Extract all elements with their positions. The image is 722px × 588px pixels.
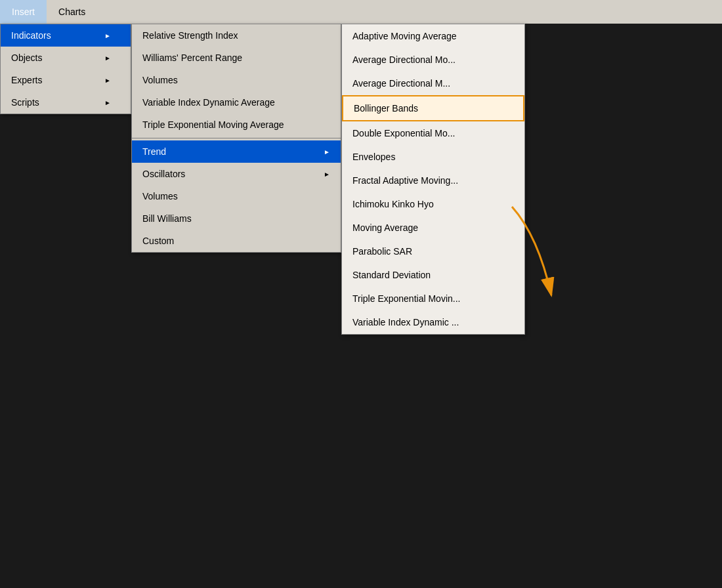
trend-item-adm2[interactable]: Average Directional M...: [342, 72, 524, 95]
arrow-icon-experts: ►: [104, 77, 111, 84]
indicators-category-bill-williams[interactable]: Bill Williams: [132, 207, 341, 230]
menu-item-scripts[interactable]: Scripts ►: [1, 91, 131, 114]
trend-menu: Adaptive Moving Average Average Directio…: [341, 24, 525, 335]
indicators-category-custom[interactable]: Custom: [132, 230, 341, 252]
arrow-icon-oscillators: ►: [324, 171, 330, 178]
indicators-item-vida[interactable]: Variable Index Dynamic Average: [132, 91, 341, 114]
indicators-item-rsi[interactable]: Relative Strength Index: [132, 24, 341, 47]
trend-item-tema[interactable]: Triple Exponential Movin...: [342, 287, 524, 310]
menu-item-objects[interactable]: Objects ►: [1, 47, 131, 69]
insert-menu: Indicators ► Objects ► Experts ► Scripts…: [0, 24, 131, 114]
menu-bar: Insert Charts: [0, 0, 722, 24]
trend-item-bollinger[interactable]: Bollinger Bands: [342, 95, 524, 121]
dropdown-container: Indicators ► Objects ► Experts ► Scripts…: [0, 24, 525, 335]
indicators-item-volumes[interactable]: Volumes: [132, 69, 341, 91]
trend-item-psar[interactable]: Parabolic SAR: [342, 240, 524, 263]
arrow-icon-trend: ►: [324, 148, 330, 156]
trend-item-envelopes[interactable]: Envelopes: [342, 145, 524, 169]
separator: [132, 138, 341, 138]
trend-item-ma[interactable]: Moving Average: [342, 216, 524, 240]
indicators-category-trend[interactable]: Trend ►: [132, 140, 341, 163]
indicators-item-williams[interactable]: Williams' Percent Range: [132, 47, 341, 69]
menu-bar-insert[interactable]: Insert: [0, 0, 47, 24]
trend-item-frama[interactable]: Fractal Adaptive Moving...: [342, 169, 524, 192]
indicators-category-oscillators[interactable]: Oscillators ►: [132, 163, 341, 185]
arrow-icon-objects: ►: [104, 54, 111, 62]
indicators-category-volumes[interactable]: Volumes: [132, 185, 341, 207]
trend-item-adm1[interactable]: Average Directional Mo...: [342, 48, 524, 72]
trend-item-ama[interactable]: Adaptive Moving Average: [342, 24, 524, 48]
indicators-item-tema[interactable]: Triple Exponential Moving Average: [132, 114, 341, 136]
trend-item-ichimoku[interactable]: Ichimoku Kinko Hyo: [342, 192, 524, 216]
arrow-icon-scripts: ►: [104, 99, 111, 106]
trend-item-stddev[interactable]: Standard Deviation: [342, 263, 524, 287]
arrow-icon-indicators: ►: [104, 32, 111, 39]
indicators-menu: Relative Strength Index Williams' Percen…: [131, 24, 341, 253]
menu-bar-charts[interactable]: Charts: [47, 0, 97, 24]
trend-item-dema[interactable]: Double Exponential Mo...: [342, 121, 524, 145]
trend-item-vida[interactable]: Variable Index Dynamic ...: [342, 310, 524, 334]
menu-item-indicators[interactable]: Indicators ►: [1, 24, 131, 47]
menu-item-experts[interactable]: Experts ►: [1, 69, 131, 91]
